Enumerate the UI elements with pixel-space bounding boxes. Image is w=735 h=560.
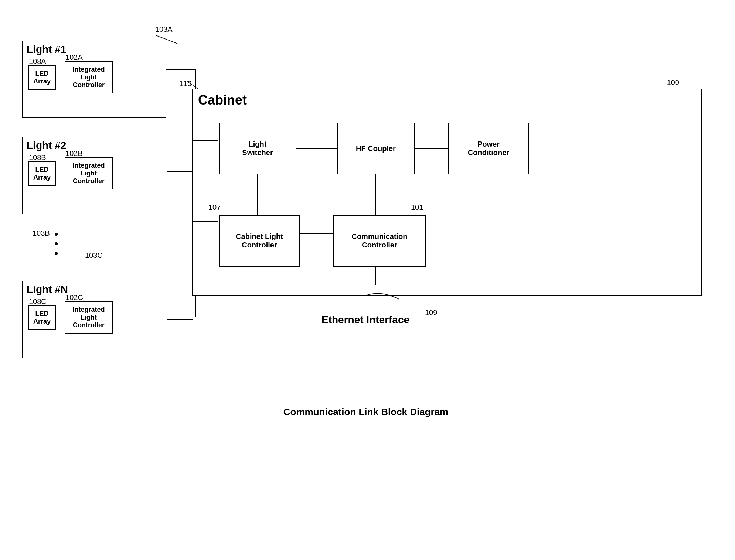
light1-box: Light #1 108A LEDArray 102A IntegratedLi…: [22, 41, 166, 118]
ref-109: 109: [425, 308, 437, 317]
ref-103b: 103B: [33, 229, 50, 238]
power-conditioner: PowerConditioner: [448, 123, 529, 174]
light2-box: Light #2 108B LEDArray 102B IntegratedLi…: [22, 137, 166, 214]
controller-ref-1: 102A: [65, 53, 83, 62]
controller-ref-2: 102B: [65, 149, 83, 158]
led-ref-1: 108A: [29, 57, 46, 66]
led-array-N: LEDArray: [28, 305, 56, 330]
diagram-title: Communication Link Block Diagram: [11, 406, 721, 418]
led-ref-N: 108C: [29, 297, 47, 306]
cabinet-light-controller: Cabinet LightController: [219, 215, 300, 267]
led-array-2: LEDArray: [28, 161, 56, 186]
led-ref-2: 108B: [29, 153, 46, 162]
ref-100: 100: [667, 78, 679, 87]
communication-controller: CommunicationController: [333, 215, 426, 267]
ethernet-interface-label: Ethernet Interface: [321, 314, 409, 326]
light1-title: Light #1: [23, 41, 166, 58]
ilc-1: IntegratedLightController: [65, 61, 113, 93]
ilc-N: IntegratedLightController: [65, 301, 113, 334]
cabinet-title: Cabinet: [193, 89, 701, 111]
ref-101: 101: [411, 203, 423, 212]
lightN-title: Light #N: [23, 281, 166, 298]
light-switcher: LightSwitcher: [219, 123, 296, 174]
controller-ref-N: 102C: [65, 293, 83, 302]
ref-103c: 103C: [85, 251, 103, 260]
led-array-1: LEDArray: [28, 65, 56, 90]
hf-coupler: HF Coupler: [337, 123, 415, 174]
diagram-container: Light #1 108A LEDArray 102A IntegratedLi…: [11, 15, 721, 532]
cabinet-box: 100 Cabinet 104 LightSwitcher 105 HF Cou…: [192, 89, 702, 296]
ref-107: 107: [208, 203, 221, 212]
ellipsis-dots: [55, 233, 58, 255]
ref-103a: 103A: [155, 25, 173, 34]
lightN-box: Light #N 108C LEDArray 102C IntegratedLi…: [22, 281, 166, 358]
light2-title: Light #2: [23, 137, 166, 154]
ref-110: 110: [179, 79, 191, 88]
ilc-2: IntegratedLightController: [65, 157, 113, 189]
